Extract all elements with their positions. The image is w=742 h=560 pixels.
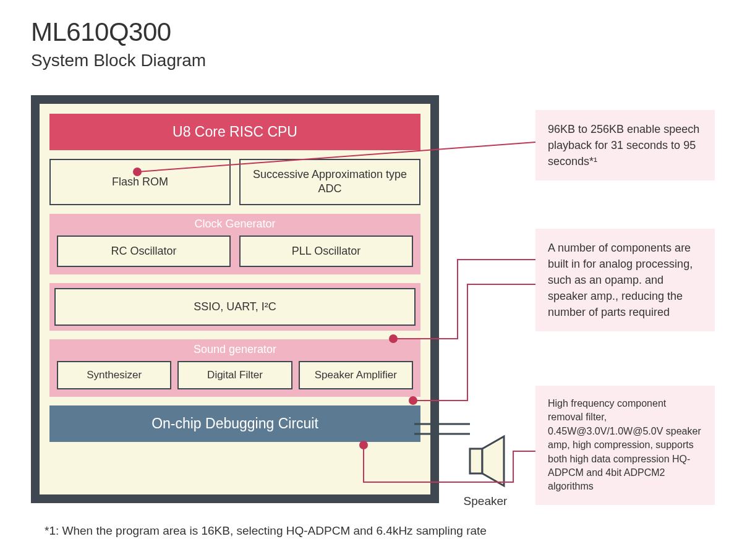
comm-wrapper: SSIO, UART, I²C bbox=[49, 283, 420, 331]
comm-block: SSIO, UART, I²C bbox=[54, 288, 416, 326]
footnote: *1: When the program area is 16KB, selec… bbox=[45, 524, 487, 538]
clock-generator-block: Clock Generator RC Oscillator PLL Oscill… bbox=[49, 214, 420, 274]
svg-marker-1 bbox=[482, 436, 504, 486]
page-title: ML610Q300 bbox=[31, 17, 206, 47]
synthesizer-block: Synthesizer bbox=[57, 361, 171, 389]
callout-analog: A number of components are built in for … bbox=[535, 229, 715, 331]
clock-generator-title: Clock Generator bbox=[57, 214, 413, 235]
rc-oscillator-block: RC Oscillator bbox=[57, 235, 231, 267]
adc-block: Successive Approximation type ADC bbox=[239, 159, 420, 205]
page-subtitle: System Block Diagram bbox=[31, 51, 206, 70]
debug-block: On-chip Debugging Circuit bbox=[49, 405, 420, 442]
header: ML610Q300 System Block Diagram bbox=[31, 17, 206, 70]
callout-rom: 96KB to 256KB enable speech playback for… bbox=[535, 110, 715, 180]
flash-rom-block: Flash ROM bbox=[49, 159, 231, 205]
digital-filter-block: Digital Filter bbox=[177, 361, 292, 389]
chip-inner: U8 Core RISC CPU Flash ROM Successive Ap… bbox=[40, 104, 430, 494]
speaker-icon bbox=[454, 430, 516, 492]
chip-frame: U8 Core RISC CPU Flash ROM Successive Ap… bbox=[31, 95, 439, 503]
sound-generator-block: Sound generator Synthesizer Digital Filt… bbox=[49, 339, 420, 397]
pll-oscillator-block: PLL Oscillator bbox=[239, 235, 413, 267]
memory-adc-row: Flash ROM Successive Approximation type … bbox=[49, 159, 420, 205]
callout-sound: High frequency component removal filter,… bbox=[535, 386, 715, 505]
cpu-block: U8 Core RISC CPU bbox=[49, 114, 420, 150]
speaker-amplifier-block: Speaker Amplifier bbox=[299, 361, 413, 389]
speaker-label: Speaker bbox=[454, 494, 516, 508]
svg-marker-0 bbox=[470, 449, 482, 473]
sound-generator-title: Sound generator bbox=[57, 339, 413, 361]
